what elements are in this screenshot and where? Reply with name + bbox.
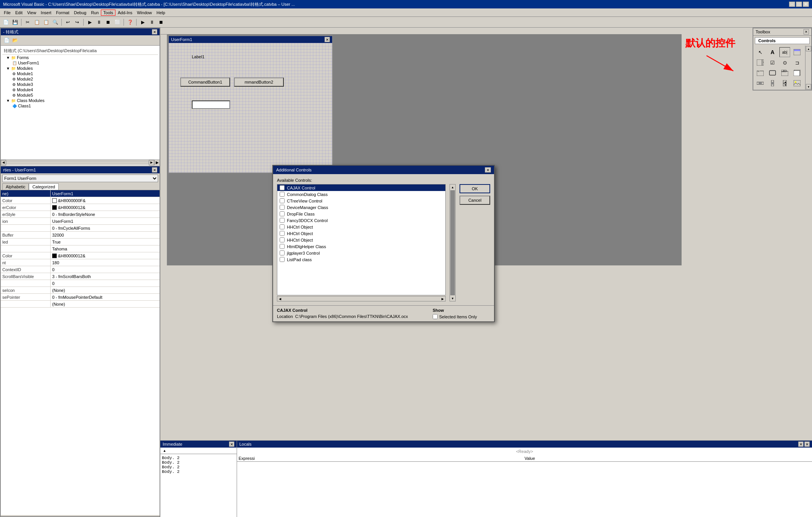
hhctrl2-checkbox[interactable]: [280, 231, 285, 236]
list-item-listpad[interactable]: ListPad class: [277, 256, 445, 263]
dialog-close-btn[interactable]: ✕: [485, 167, 491, 173]
vscroll-up[interactable]: ▲: [450, 184, 455, 190]
selected-items-label: Selected Items Only: [439, 314, 477, 319]
list-item-htmldlg[interactable]: HtmlDlgHelper Class: [277, 243, 445, 250]
location-row: Location C:\Program Files (x86)\Common F…: [277, 314, 425, 319]
cajax-checkbox[interactable]: [280, 185, 285, 190]
fancy3docx-checkbox[interactable]: [280, 218, 285, 223]
list-item-fancy3docx[interactable]: Fancy3DOCX Control: [277, 217, 445, 224]
dialog-overlay: Additional Controls ✕ Available Controls…: [0, 0, 812, 517]
controls-list[interactable]: CAJAX Control CommonDialog Class CTreeVi…: [277, 184, 446, 295]
list-item-dropfile[interactable]: DropFile Class: [277, 211, 445, 217]
dialog-main-row: CAJAX Control CommonDialog Class CTreeVi…: [277, 184, 490, 301]
selected-control-info: CAJAX Control Location C:\Program Files …: [277, 308, 425, 319]
listpad-label: ListPad class: [287, 257, 312, 262]
dialog-title-bar: Additional Controls ✕: [273, 166, 494, 174]
dialog-bottom: CAJAX Control Location C:\Program Files …: [273, 305, 494, 321]
fancy3docx-label: Fancy3DOCX Control: [287, 218, 328, 223]
hscroll-left[interactable]: ◀: [277, 296, 283, 301]
dropfile-label: DropFile Class: [287, 212, 315, 216]
cancel-button[interactable]: Cancel: [460, 196, 490, 205]
selected-items-checkbox[interactable]: [433, 314, 438, 319]
show-label: Show: [433, 308, 490, 313]
dropfile-checkbox[interactable]: [280, 211, 285, 216]
hhctrl1-label: HHCtrl Object: [287, 225, 313, 229]
dialog-body: Available Controls: CAJAX Control Common…: [273, 174, 494, 305]
commondialog-label: CommonDialog Class: [287, 192, 328, 197]
dialog-buttons: OK Cancel: [460, 184, 490, 301]
listpad-checkbox[interactable]: [280, 257, 285, 262]
hhctrl2-label: HHCtrl Object: [287, 231, 313, 236]
controls-hscrollbar[interactable]: ◀ ▶: [277, 296, 446, 301]
dialog-title-text: Additional Controls: [276, 168, 311, 172]
jlgplayer3-checkbox[interactable]: [280, 250, 285, 255]
list-item-hhctrl2[interactable]: HHCtrl Object: [277, 230, 445, 237]
hhctrl3-label: HHCtrl Object: [287, 238, 313, 242]
list-item-cajax[interactable]: CAJAX Control: [277, 184, 445, 191]
list-item-commondialog[interactable]: CommonDialog Class: [277, 191, 445, 198]
available-controls-label: Available Controls:: [277, 178, 490, 183]
controls-list-wrapper: CAJAX Control CommonDialog Class CTreeVi…: [277, 184, 446, 301]
devicemanager-checkbox[interactable]: [280, 205, 285, 210]
dialog-bottom-row: CAJAX Control Location C:\Program Files …: [277, 308, 490, 319]
list-item-jlgplayer3[interactable]: jlgplayer3 Control: [277, 250, 445, 256]
cajax-label: CAJAX Control: [287, 186, 315, 190]
commondialog-checkbox[interactable]: [280, 192, 285, 197]
additional-controls-dialog: Additional Controls ✕ Available Controls…: [272, 165, 495, 322]
selected-items-row: Selected Items Only: [433, 314, 490, 319]
list-item-hhctrl1[interactable]: HHCtrl Object: [277, 224, 445, 230]
list-item-ctreeview[interactable]: CTreeView Control: [277, 198, 445, 204]
list-item-devicemanager[interactable]: DeviceManager Class: [277, 204, 445, 211]
hscroll-right[interactable]: ▶: [440, 296, 445, 301]
vscroll-thumb: [450, 190, 455, 295]
ctreeview-label: CTreeView Control: [287, 199, 322, 203]
location-label: Location: [277, 314, 293, 319]
selected-control-name: CAJAX Control: [277, 308, 425, 313]
list-item-hhctrl3[interactable]: HHCtrl Object: [277, 237, 445, 243]
show-section: Show Selected Items Only: [433, 308, 490, 319]
htmldlg-label: HtmlDlgHelper Class: [287, 244, 326, 249]
jlgplayer3-label: jlgplayer3 Control: [287, 251, 320, 255]
ctreeview-checkbox[interactable]: [280, 198, 285, 203]
hhctrl1-checkbox[interactable]: [280, 224, 285, 229]
hscroll-track: [283, 296, 440, 301]
vscroll-down[interactable]: ▼: [450, 296, 455, 301]
htmldlg-checkbox[interactable]: [280, 244, 285, 249]
ok-button[interactable]: OK: [460, 184, 490, 193]
hhctrl3-checkbox[interactable]: [280, 237, 285, 242]
location-value: C:\Program Files (x86)\Common Files\TTKN…: [295, 314, 408, 319]
list-vscrollbar: ▲ ▼: [450, 184, 456, 301]
devicemanager-label: DeviceManager Class: [287, 205, 328, 210]
